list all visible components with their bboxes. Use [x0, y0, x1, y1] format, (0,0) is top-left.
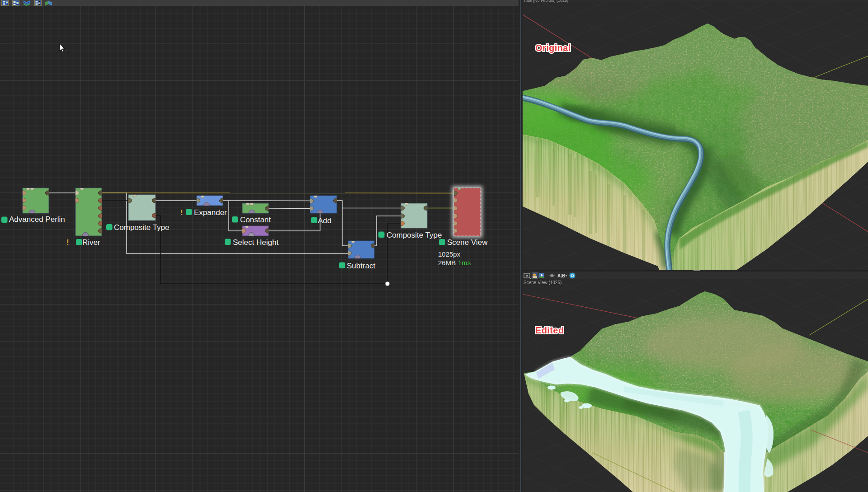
- svg-text:1ms: 1ms: [458, 259, 471, 267]
- svg-text:Scene View: Scene View: [447, 238, 488, 247]
- svg-text:1025px: 1025px: [438, 250, 461, 258]
- svg-text:Select Height: Select Height: [233, 238, 278, 247]
- svg-text:Advanced Perlin: Advanced Perlin: [9, 215, 65, 224]
- svg-text:Edited: Edited: [535, 325, 564, 335]
- svg-text:26MB: 26MB: [438, 259, 456, 267]
- svg-text:Scene View (1025): Scene View (1025): [524, 280, 561, 285]
- svg-text:Constant: Constant: [240, 216, 271, 224]
- svg-text:Expander: Expander: [194, 208, 227, 217]
- svg-text:Composite Type: Composite Type: [114, 223, 170, 232]
- svg-text:A|B: A|B: [557, 273, 565, 278]
- svg-text:Original: Original: [535, 43, 571, 53]
- svg-text:Composite Type: Composite Type: [387, 231, 442, 239]
- svg-text:Total [Non-edited] (1025): Total [Non-edited] (1025): [524, 0, 568, 3]
- svg-text:Add: Add: [318, 216, 331, 225]
- svg-text:Subtract: Subtract: [347, 262, 376, 270]
- svg-text:!: !: [66, 238, 69, 247]
- svg-text:River: River: [82, 238, 100, 247]
- svg-text:!: !: [180, 208, 183, 217]
